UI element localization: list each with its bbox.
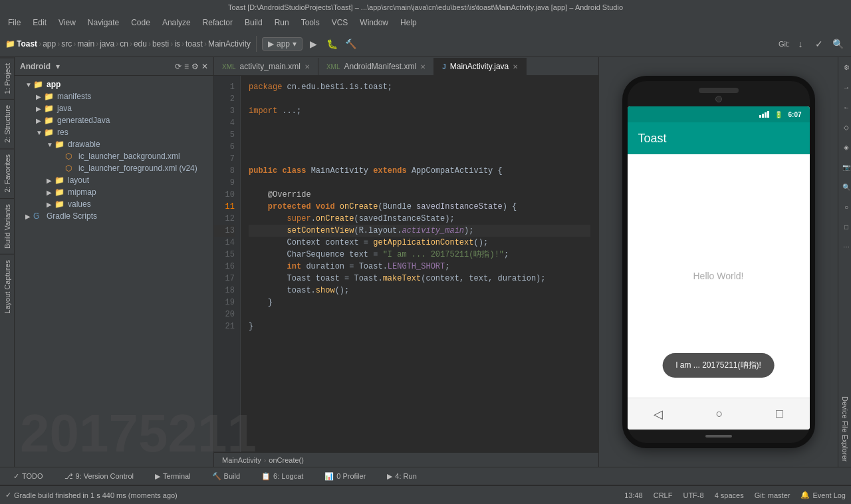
right-panel-btn-8[interactable]: ○ — [838, 197, 851, 217]
back-button[interactable]: ◁ — [654, 407, 663, 422]
tab-version-control[interactable]: ⎇ 9: Version Control — [57, 469, 142, 483]
menu-help[interactable]: Help — [395, 17, 422, 29]
tab-close-icon[interactable]: ✕ — [304, 63, 310, 70]
tab-label: 9: Version Control — [76, 472, 134, 480]
tab-profiler[interactable]: 📊 0 Profiler — [316, 469, 374, 483]
tree-item-manifests[interactable]: ▶ 📁 manifests — [15, 90, 213, 102]
git-commit-button[interactable]: ✓ — [811, 36, 827, 52]
tree-item-java[interactable]: ▶ 📁 java — [15, 102, 213, 114]
right-panel-btn-4[interactable]: ◇ — [838, 117, 851, 137]
menu-code[interactable]: Code — [126, 17, 156, 29]
sync-icon[interactable]: ⟳ — [175, 62, 182, 71]
code-line-2 — [249, 93, 590, 105]
tree-item-generatedjava[interactable]: ▶ 📁 generatedJava — [15, 114, 213, 126]
tree-item-gradle[interactable]: ▶ G Gradle Scripts — [15, 210, 213, 222]
tree-label: generatedJava — [57, 116, 110, 125]
build-status-text: Gradle build finished in 1 s 440 ms (mom… — [14, 491, 178, 499]
sep9: › — [182, 39, 184, 49]
debug-button[interactable]: 🐛 — [324, 36, 340, 52]
tree-item-values[interactable]: ▶ 📁 values — [15, 198, 213, 210]
right-panel-btn-2[interactable]: → — [838, 77, 851, 97]
bell-icon: 🔔 — [800, 491, 810, 499]
code-content[interactable]: package cn.edu.besti.is.toast; import ..… — [241, 76, 598, 452]
app-selector[interactable]: ▶ app ▾ — [262, 37, 303, 51]
tree-item-ic-fg[interactable]: ⬡ ic_launcher_foreground.xml (v24) — [15, 162, 213, 174]
folder-icon: 📁 — [44, 92, 55, 101]
right-panel: ⚙ → ← ◇ ◈ 📷 🔍 ○ □ ⋯ Device File Explorer — [838, 57, 851, 467]
menu-file[interactable]: File — [3, 17, 26, 29]
menu-window[interactable]: Window — [354, 17, 394, 29]
search-button[interactable]: 🔍 — [830, 36, 846, 52]
menu-vcs[interactable]: VCS — [326, 17, 354, 29]
tab-run[interactable]: ▶ 4: Run — [379, 469, 424, 483]
favorites-tab[interactable]: 2: Favorites — [0, 148, 14, 197]
filter-icon[interactable]: ≡ — [184, 62, 189, 71]
tree-item-ic-bg[interactable]: ⬡ ic_launcher_background.xml — [15, 150, 213, 162]
tab-close-icon[interactable]: ✕ — [420, 63, 426, 70]
tree-item-app[interactable]: ▼ 📁 app — [15, 78, 213, 90]
close-icon[interactable]: ✕ — [201, 62, 208, 71]
code-line-8: public class MainActivity extends AppCom… — [249, 165, 590, 177]
tab-todo[interactable]: ✓ TODO — [5, 469, 51, 483]
tree-item-res[interactable]: ▼ 📁 res — [15, 126, 213, 138]
home-button[interactable]: ○ — [716, 407, 723, 421]
menu-build[interactable]: Build — [239, 17, 268, 29]
tree-header-icons: ⟳ ≡ ⚙ ✕ — [175, 62, 208, 71]
right-panel-btn-6[interactable]: 📷 — [838, 157, 851, 177]
tree-item-drawable[interactable]: ▼ 📁 drawable — [15, 138, 213, 150]
menu-tools[interactable]: Tools — [296, 17, 325, 29]
tab-label: Terminal — [163, 472, 191, 480]
event-log[interactable]: 🔔 Event Log — [800, 491, 846, 499]
tree-item-mipmap[interactable]: ▶ 📁 mipmap — [15, 186, 213, 198]
vcs-branch[interactable]: Git: master — [755, 491, 790, 499]
menu-refactor[interactable]: Refactor — [197, 17, 238, 29]
app-selector-label: app — [277, 39, 290, 49]
encoding[interactable]: UTF-8 — [683, 491, 703, 499]
build-button[interactable]: 🔨 — [342, 36, 358, 52]
tree-label: ic_launcher_foreground.xml (v24) — [78, 164, 197, 173]
recents-button[interactable]: □ — [776, 407, 783, 421]
tree-item-layout[interactable]: ▶ 📁 layout — [15, 174, 213, 186]
phone-navigation-bar: ◁ ○ □ — [628, 398, 810, 430]
profiler-icon: 📊 — [324, 472, 334, 481]
hello-world-text: Hello World! — [693, 271, 744, 281]
phone-camera — [715, 96, 722, 102]
tab-icon: XML — [326, 63, 340, 70]
right-panel-btn-5[interactable]: ◈ — [838, 137, 851, 157]
folder-icon: 📁 — [44, 104, 55, 113]
editor-area: XML activity_main.xml ✕ XML AndroidManif… — [214, 57, 598, 467]
build-variants-tab[interactable]: Build Variants — [0, 198, 14, 254]
menu-analyze[interactable]: Analyze — [157, 17, 196, 29]
tab-activity-main[interactable]: XML activity_main.xml ✕ — [214, 58, 318, 75]
line-ending[interactable]: CRLF — [654, 491, 673, 499]
menu-navigate[interactable]: Navigate — [82, 17, 124, 29]
run-button[interactable]: ▶ — [305, 36, 321, 52]
phone-preview: 🔋 6:07 Toast Hello World! I am ... 20175… — [598, 57, 838, 467]
tab-manifest[interactable]: XML AndroidManifest.xml ✕ — [318, 58, 434, 75]
right-panel-btn-1[interactable]: ⚙ — [838, 57, 851, 77]
code-line-17: Toast toast = Toast.makeText(context, te… — [249, 273, 590, 285]
tab-icon: XML — [222, 63, 236, 70]
tab-mainactivity[interactable]: J MainActivity.java ✕ — [434, 58, 527, 75]
tab-build[interactable]: 🔨 Build — [204, 469, 248, 483]
captures-tab[interactable]: Layout Captures — [0, 254, 14, 319]
right-panel-btn-9[interactable]: □ — [838, 217, 851, 237]
right-panel-btn-3[interactable]: ← — [838, 97, 851, 117]
menu-run[interactable]: Run — [269, 17, 295, 29]
git-update-button[interactable]: ↓ — [792, 36, 808, 52]
right-panel-btn-7[interactable]: 🔍 — [838, 177, 851, 197]
tab-close-icon[interactable]: ✕ — [513, 63, 518, 70]
gradle-icon: G — [33, 211, 44, 221]
menu-edit[interactable]: Edit — [27, 17, 52, 29]
structure-tab[interactable]: 2: Structure — [0, 99, 14, 148]
menu-view[interactable]: View — [53, 17, 81, 29]
settings-icon[interactable]: ⚙ — [191, 62, 199, 71]
right-panel-btn-10[interactable]: ⋯ — [838, 237, 851, 257]
indent[interactable]: 4 spaces — [715, 491, 744, 499]
project-tab[interactable]: 1: Project — [0, 57, 14, 99]
build-status: ✓ Gradle build finished in 1 s 440 ms (m… — [5, 491, 178, 499]
tab-logcat[interactable]: 📋 6: Logcat — [253, 469, 311, 483]
tab-terminal[interactable]: ▶ Terminal — [147, 469, 199, 483]
arrow-icon: ▼ — [47, 141, 55, 148]
code-editor[interactable]: 12345 678910 111213 1415161718 192021 pa… — [214, 76, 598, 452]
